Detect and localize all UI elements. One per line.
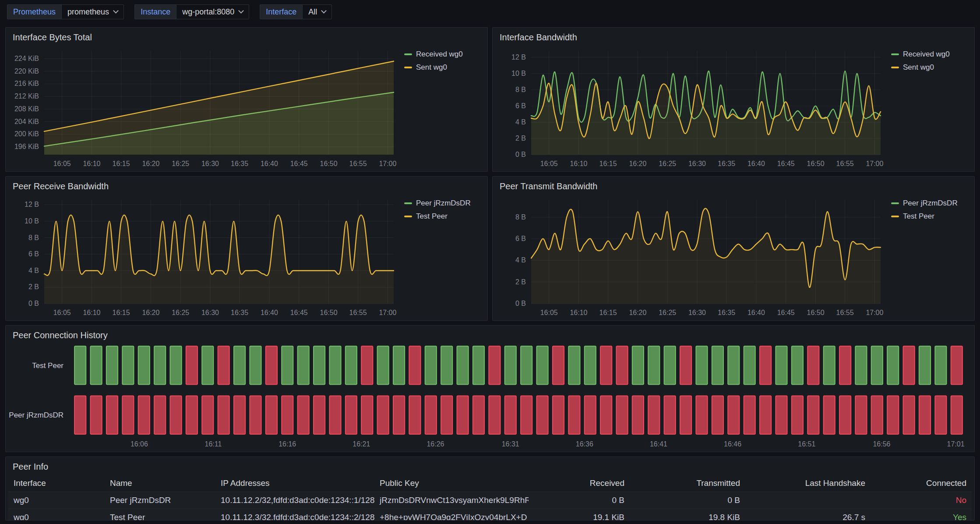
svg-text:16:55: 16:55 bbox=[349, 160, 367, 167]
legend-label: Sent wg0 bbox=[903, 63, 934, 72]
legend-item-test-peer[interactable]: Test Peer bbox=[891, 212, 969, 221]
variable-instance: Instance wg-portal:8080 bbox=[134, 4, 249, 19]
svg-text:17:00: 17:00 bbox=[866, 309, 883, 316]
variable-label-prometheus: Prometheus bbox=[7, 4, 61, 19]
svg-text:16:11: 16:11 bbox=[205, 440, 222, 448]
cell-connected: Yes bbox=[871, 509, 972, 520]
legend-item-sent-wg0[interactable]: Sent wg0 bbox=[891, 63, 969, 72]
svg-text:200 KiB: 200 KiB bbox=[14, 130, 39, 138]
panel-title-peer-info[interactable]: Peer Info bbox=[6, 457, 974, 474]
legend-item-received-wg0[interactable]: Received wg0 bbox=[891, 50, 969, 59]
svg-text:16:45: 16:45 bbox=[777, 160, 795, 167]
peer-transmit-bandwidth-chart[interactable]: 0 B2 B4 B6 B8 B16:0516:1016:1516:2016:25… bbox=[494, 194, 887, 319]
legend-item-test-peer[interactable]: Test Peer bbox=[404, 212, 482, 221]
column-header-last-handshake[interactable]: Last Handshake bbox=[745, 475, 871, 492]
svg-text:16:20: 16:20 bbox=[629, 160, 646, 167]
panel-peer-info: Peer Info Interface Name IP Addresses Pu… bbox=[5, 457, 975, 520]
svg-text:16:21: 16:21 bbox=[353, 440, 370, 448]
legend-label: Peer jRzmDsDR bbox=[416, 199, 471, 208]
dashboard-grid: Interface Bytes Total 196 KiB200 KiB204 … bbox=[0, 24, 980, 524]
legend-item-received-wg0[interactable]: Received wg0 bbox=[404, 50, 482, 59]
instance-dropdown[interactable]: wg-portal:8080 bbox=[176, 4, 249, 19]
legend-item-peer-jrzmdsdr[interactable]: Peer jRzmDsDR bbox=[404, 199, 482, 208]
series-color-swatch bbox=[891, 202, 899, 204]
cell-last-handshake bbox=[745, 492, 871, 509]
table-row-test-peer: wg0 Test Peer 10.11.12.3/32,fdfd:d3ad:c0… bbox=[8, 509, 972, 520]
svg-text:8 B: 8 B bbox=[515, 86, 526, 93]
peer-info-table: Interface Name IP Addresses Public Key R… bbox=[6, 474, 974, 520]
svg-text:0 B: 0 B bbox=[515, 151, 526, 158]
column-header-interface[interactable]: Interface bbox=[8, 475, 105, 492]
column-header-name[interactable]: Name bbox=[105, 475, 215, 492]
svg-text:16:40: 16:40 bbox=[747, 309, 765, 316]
chevron-down-icon bbox=[113, 8, 119, 14]
svg-text:16:36: 16:36 bbox=[576, 440, 593, 448]
peer-receive-bandwidth-chart[interactable]: 0 B2 B4 B6 B8 B10 B12 B16:0516:1016:1516… bbox=[7, 194, 400, 319]
column-header-public-key[interactable]: Public Key bbox=[374, 475, 529, 492]
column-header-ip-addresses[interactable]: IP Addresses bbox=[215, 475, 374, 492]
svg-text:16:05: 16:05 bbox=[540, 160, 558, 167]
grafana-dashboard: Prometheus prometheus Instance wg-portal… bbox=[0, 0, 980, 524]
panel-title-interface-bytes-total[interactable]: Interface Bytes Total bbox=[6, 28, 487, 45]
svg-text:6 B: 6 B bbox=[28, 250, 39, 258]
panel-title-peer-transmit-bandwidth[interactable]: Peer Transmit Bandwidth bbox=[493, 177, 974, 194]
series-color-swatch bbox=[891, 53, 899, 55]
legend-label: Test Peer bbox=[903, 212, 934, 221]
svg-text:16:40: 16:40 bbox=[261, 309, 278, 316]
panel-title-peer-connection-history[interactable]: Peer Connection History bbox=[6, 326, 974, 343]
series-color-swatch bbox=[891, 67, 899, 68]
svg-text:208 KiB: 208 KiB bbox=[14, 105, 39, 113]
svg-text:17:00: 17:00 bbox=[379, 160, 396, 167]
panel-peer-connection-history: Peer Connection History Test PeerPeer jR… bbox=[5, 325, 975, 452]
svg-text:10 B: 10 B bbox=[511, 70, 526, 77]
dashboard-variables-bar: Prometheus prometheus Instance wg-portal… bbox=[0, 0, 980, 24]
svg-text:16:46: 16:46 bbox=[724, 440, 741, 448]
svg-text:Test Peer: Test Peer bbox=[32, 361, 63, 370]
svg-text:16:06: 16:06 bbox=[130, 440, 148, 448]
interface-dropdown[interactable]: All bbox=[302, 4, 332, 19]
series-color-swatch bbox=[891, 216, 899, 217]
panel-title-peer-receive-bandwidth[interactable]: Peer Receive Bandwidth bbox=[6, 177, 487, 194]
svg-text:8 B: 8 B bbox=[515, 213, 526, 221]
table-header-row: Interface Name IP Addresses Public Key R… bbox=[8, 475, 972, 492]
svg-text:216 KiB: 216 KiB bbox=[14, 80, 39, 87]
svg-text:16:45: 16:45 bbox=[290, 160, 308, 167]
svg-text:16:30: 16:30 bbox=[688, 160, 706, 167]
column-header-received[interactable]: Received bbox=[529, 475, 630, 492]
svg-text:16:26: 16:26 bbox=[427, 440, 444, 448]
svg-text:4 B: 4 B bbox=[28, 267, 39, 274]
svg-text:16:50: 16:50 bbox=[320, 309, 338, 316]
svg-text:16:50: 16:50 bbox=[807, 309, 825, 316]
svg-text:212 KiB: 212 KiB bbox=[14, 92, 39, 100]
svg-text:16:35: 16:35 bbox=[718, 309, 735, 316]
legend-item-sent-wg0[interactable]: Sent wg0 bbox=[404, 63, 482, 72]
svg-text:16:31: 16:31 bbox=[502, 440, 519, 448]
prometheus-datasource-dropdown[interactable]: prometheus bbox=[61, 4, 124, 19]
svg-text:16:10: 16:10 bbox=[570, 160, 587, 167]
interface-bandwidth-chart[interactable]: 0 B2 B4 B6 B8 B10 B12 B16:0516:1016:1516… bbox=[494, 45, 887, 170]
svg-text:16:20: 16:20 bbox=[142, 309, 159, 316]
svg-text:12 B: 12 B bbox=[511, 53, 526, 61]
svg-text:16:15: 16:15 bbox=[113, 160, 130, 167]
svg-text:17:01: 17:01 bbox=[947, 440, 965, 448]
row-connection-history: Peer Connection History Test PeerPeer jR… bbox=[5, 325, 975, 452]
column-header-connected[interactable]: Connected bbox=[871, 475, 972, 492]
cell-ip-addresses: 10.11.12.2/32,fdfd:d3ad:c0de:1234::1/128 bbox=[215, 492, 374, 509]
panel-interface-bytes-total: Interface Bytes Total 196 KiB200 KiB204 … bbox=[5, 27, 488, 172]
peer-connection-history-chart[interactable]: Test PeerPeer jRzmDsDR16:0616:1116:1616:… bbox=[7, 343, 971, 451]
svg-text:16:35: 16:35 bbox=[231, 309, 248, 316]
svg-text:12 B: 12 B bbox=[25, 201, 39, 208]
interface-bytes-total-chart[interactable]: 196 KiB200 KiB204 KiB208 KiB212 KiB216 K… bbox=[7, 45, 400, 170]
legend-label: Received wg0 bbox=[416, 50, 463, 59]
panel-title-interface-bandwidth[interactable]: Interface Bandwidth bbox=[493, 28, 974, 45]
svg-text:16:56: 16:56 bbox=[873, 440, 890, 448]
svg-text:16:55: 16:55 bbox=[836, 309, 854, 316]
svg-text:16:25: 16:25 bbox=[172, 160, 189, 167]
cell-name: Test Peer bbox=[105, 509, 215, 520]
svg-text:16:41: 16:41 bbox=[650, 440, 667, 448]
legend-item-peer-jrzmdsdr[interactable]: Peer jRzmDsDR bbox=[891, 199, 969, 208]
table-row-peer-jrzmdsdr: wg0 Peer jRzmDsDR 10.11.12.2/32,fdfd:d3a… bbox=[8, 492, 972, 509]
svg-text:2 B: 2 B bbox=[515, 135, 526, 142]
panel-body: 0 B2 B4 B6 B8 B16:0516:1016:1516:2016:25… bbox=[493, 194, 974, 320]
column-header-transmitted[interactable]: Transmitted bbox=[630, 475, 745, 492]
